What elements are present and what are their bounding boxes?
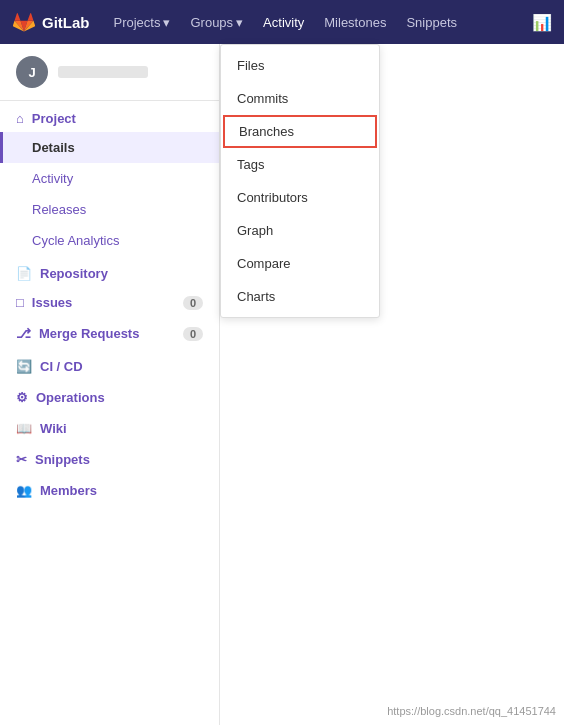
nav-projects[interactable]: Projects ▾ xyxy=(106,11,179,34)
repository-dropdown: Files Commits Branches Tags Contributors… xyxy=(220,44,380,318)
chevron-down-icon: ▾ xyxy=(236,15,243,30)
chevron-down-icon: ▾ xyxy=(163,15,170,30)
repository-icon: 📄 xyxy=(16,266,32,281)
sidebar-item-cycle-analytics[interactable]: Cycle Analytics xyxy=(0,225,219,256)
logo-text: GitLab xyxy=(42,14,90,31)
sidebar: J ⌂ Project Details Activity Releases Cy… xyxy=(0,44,220,725)
sidebar-section-merge-requests[interactable]: ⎇ Merge Requests 0 xyxy=(0,318,219,349)
issues-icon: □ xyxy=(16,295,24,310)
dropdown-item-files[interactable]: Files xyxy=(221,49,379,82)
dropdown-item-compare[interactable]: Compare xyxy=(221,247,379,280)
gitlab-logo-icon xyxy=(12,10,36,34)
layout: J ⌂ Project Details Activity Releases Cy… xyxy=(0,44,564,725)
issues-left: □ Issues xyxy=(16,295,72,310)
avatar: J xyxy=(16,56,48,88)
top-nav: GitLab Projects ▾ Groups ▾ Activity Mile… xyxy=(0,0,564,44)
operations-icon: ⚙ xyxy=(16,390,28,405)
dropdown-item-contributors[interactable]: Contributors xyxy=(221,181,379,214)
snippets-icon: ✂ xyxy=(16,452,27,467)
dropdown-item-graph[interactable]: Graph xyxy=(221,214,379,247)
nav-items: Projects ▾ Groups ▾ Activity Milestones … xyxy=(106,11,517,34)
dropdown-item-charts[interactable]: Charts xyxy=(221,280,379,313)
sidebar-item-activity[interactable]: Activity xyxy=(0,163,219,194)
sidebar-section-wiki[interactable]: 📖 Wiki xyxy=(0,411,219,442)
nav-milestones[interactable]: Milestones xyxy=(316,11,394,34)
wiki-icon: 📖 xyxy=(16,421,32,436)
sidebar-item-releases[interactable]: Releases xyxy=(0,194,219,225)
nav-groups[interactable]: Groups ▾ xyxy=(182,11,251,34)
members-icon: 👥 xyxy=(16,483,32,498)
logo[interactable]: GitLab xyxy=(12,10,90,34)
nav-snippets[interactable]: Snippets xyxy=(398,11,465,34)
sidebar-section-issues[interactable]: □ Issues 0 xyxy=(0,287,219,318)
sidebar-section-operations[interactable]: ⚙ Operations xyxy=(0,380,219,411)
merge-requests-icon: ⎇ xyxy=(16,326,31,341)
dropdown-item-tags[interactable]: Tags xyxy=(221,148,379,181)
sidebar-user: J xyxy=(0,44,219,101)
dropdown-item-commits[interactable]: Commits xyxy=(221,82,379,115)
sidebar-section-snippets[interactable]: ✂ Snippets xyxy=(0,442,219,473)
issues-badge: 0 xyxy=(183,296,203,310)
avatar-label xyxy=(58,66,148,78)
sidebar-item-details[interactable]: Details xyxy=(0,132,219,163)
main-content: Files Commits Branches Tags Contributors… xyxy=(220,44,564,725)
sidebar-section-members[interactable]: 👥 Members xyxy=(0,473,219,504)
nav-activity[interactable]: Activity xyxy=(255,11,312,34)
mr-badge: 0 xyxy=(183,327,203,341)
sidebar-section-cicd[interactable]: 🔄 CI / CD xyxy=(0,349,219,380)
home-icon: ⌂ xyxy=(16,111,24,126)
dropdown-item-branches[interactable]: Branches xyxy=(223,115,377,148)
sidebar-section-repository[interactable]: 📄 Repository xyxy=(0,256,219,287)
stats-icon[interactable]: 📊 xyxy=(532,13,552,32)
sidebar-section-project[interactable]: ⌂ Project xyxy=(0,101,219,132)
mr-left: ⎇ Merge Requests xyxy=(16,326,139,341)
cicd-icon: 🔄 xyxy=(16,359,32,374)
watermark: https://blog.csdn.net/qq_41451744 xyxy=(387,705,556,717)
